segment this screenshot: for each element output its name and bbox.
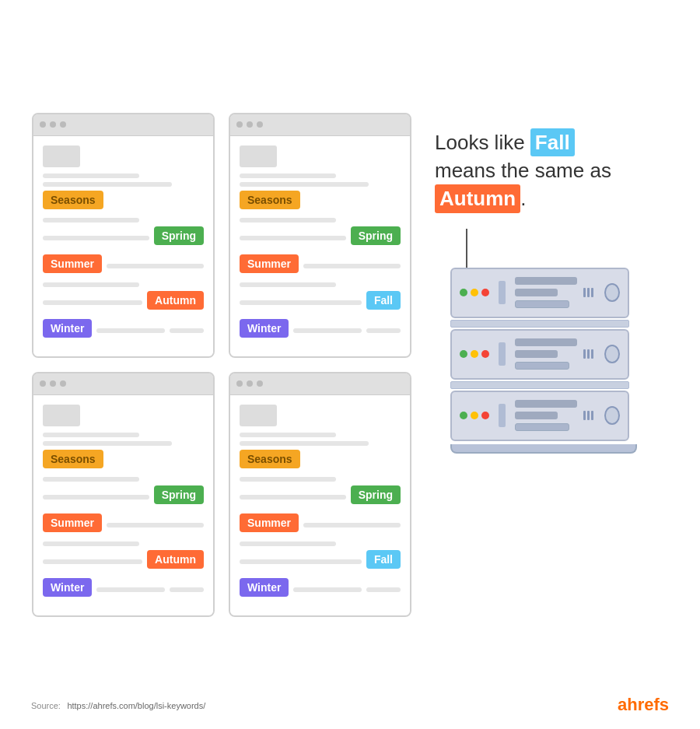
server-light-row-1a: [460, 289, 489, 296]
line-1c: [43, 218, 139, 223]
summer-row-4: Summer: [240, 513, 401, 537]
light-green-2: [460, 350, 467, 358]
autumn-tag-1: Autumn: [147, 291, 204, 310]
browser-content-2: Seasons Spring Summer Fall: [230, 136, 410, 356]
server-lights-3: [460, 412, 489, 419]
desc-prefix: Looks like: [435, 131, 530, 154]
seasons-tag-3: Seasons: [43, 450, 103, 468]
light-red-1: [481, 289, 489, 296]
server-bar-group-2: [515, 362, 577, 370]
line-2d: [240, 282, 336, 287]
vent-group-3: [583, 411, 593, 420]
winter-row-3: Winter: [43, 578, 204, 601]
summer-tag-2: Summer: [240, 254, 299, 273]
vent-3a: [583, 411, 586, 420]
spring-tag-4: Spring: [351, 485, 401, 504]
browser-bar-4: [230, 373, 410, 395]
dot-2: [50, 121, 56, 128]
arrow-line: [466, 229, 467, 268]
server-lights-1: [460, 289, 489, 296]
light-yellow-2: [471, 350, 478, 358]
vent-group-2: [583, 349, 593, 359]
autumn-highlight: Autumn: [435, 184, 520, 212]
server-btn-1: [515, 300, 569, 308]
line-4c: [240, 477, 336, 482]
line-3a: [43, 433, 139, 437]
server-base: [450, 444, 637, 454]
light-green-1: [460, 289, 467, 296]
line-1a: [43, 173, 139, 178]
summer-tag-4: Summer: [240, 513, 299, 532]
dot-7: [40, 380, 46, 387]
server-bar-2a: [515, 338, 577, 346]
browser-content-3: Seasons Spring Summer Autumn: [33, 395, 213, 615]
dot-5: [247, 121, 253, 128]
vent-group-1: [583, 288, 593, 297]
line-4b: [240, 441, 369, 446]
server-divider-1: [499, 281, 506, 304]
spring-tag-2: Spring: [351, 226, 401, 245]
browser-2: Seasons Spring Summer Fall: [229, 113, 411, 358]
light-red-3: [481, 412, 489, 419]
winter-tag-1: Winter: [43, 319, 92, 338]
server-btn-2: [515, 362, 569, 370]
server-panel-3: [515, 400, 577, 431]
seasons-tag-2: Seasons: [240, 191, 300, 209]
server-panel-2: [515, 338, 577, 370]
spring-tag-1: Spring: [154, 226, 204, 245]
browser-bar-1: [33, 114, 213, 136]
browser-content-1: Seasons Spring Summer Autumn: [33, 136, 213, 356]
dot-11: [247, 380, 253, 387]
browser-3: Seasons Spring Summer Autumn: [32, 372, 215, 617]
footer: Source: https://ahrefs.com/blog/lsi-keyw…: [0, 695, 700, 715]
server-panel-1: [515, 277, 577, 308]
server-unit-1: [450, 268, 629, 318]
summer-row-1: Summer: [43, 254, 204, 278]
line-4a: [240, 433, 336, 437]
winter-tag-4: Winter: [240, 578, 289, 597]
light-red-2: [481, 350, 489, 358]
line-2b: [240, 182, 369, 187]
light-green-3: [460, 412, 467, 419]
fall-row-4: Fall: [240, 550, 401, 573]
server-light-row-3a: [460, 412, 489, 419]
fall-tag-2: Fall: [366, 291, 401, 310]
summer-tag-3: Summer: [43, 513, 102, 532]
autumn-row-1: Autumn: [43, 291, 204, 314]
server-divider-2: [499, 342, 506, 366]
line-1b: [43, 182, 172, 187]
thumb-2: [240, 145, 277, 167]
server-bar-3b: [515, 412, 558, 419]
browser-1: Seasons Spring Summer Autumn: [32, 113, 215, 358]
content-area: Seasons Spring Summer Autumn: [16, 113, 684, 617]
winter-row-2: Winter: [240, 319, 401, 342]
description-text: Looks like Fall means the same as Autumn…: [435, 128, 611, 213]
seasons-tag-4: Seasons: [240, 450, 300, 468]
desc-suffix: .: [520, 187, 526, 210]
dot-6: [257, 121, 263, 128]
main-container: Seasons Spring Summer Autumn: [0, 0, 700, 729]
browser-bar-3: [33, 373, 213, 395]
thumb-4: [240, 405, 277, 426]
spring-row-3: Spring: [43, 485, 204, 509]
thumb-3: [43, 405, 80, 426]
vent-1a: [583, 288, 586, 297]
server-bar-group-3: [515, 423, 577, 431]
line-2a: [240, 173, 336, 178]
light-yellow-3: [471, 412, 478, 419]
spring-row-1: Spring: [43, 226, 204, 250]
server-circle-2: [604, 345, 620, 363]
thumb-1: [43, 145, 80, 167]
server-bar-2b: [515, 350, 558, 358]
right-section: Looks like Fall means the same as Autumn…: [435, 113, 668, 454]
server-shelf-1: [450, 320, 629, 328]
fall-tag-4: Fall: [366, 550, 401, 569]
source-label: Source:: [31, 701, 61, 710]
vent-1b: [587, 288, 590, 297]
dot-9: [60, 380, 66, 387]
server-circle-3: [604, 406, 620, 425]
browser-bar-2: [230, 114, 410, 136]
line-2c: [240, 218, 336, 223]
desc-middle: means the same as: [435, 159, 611, 182]
server-unit-3: [450, 391, 629, 441]
